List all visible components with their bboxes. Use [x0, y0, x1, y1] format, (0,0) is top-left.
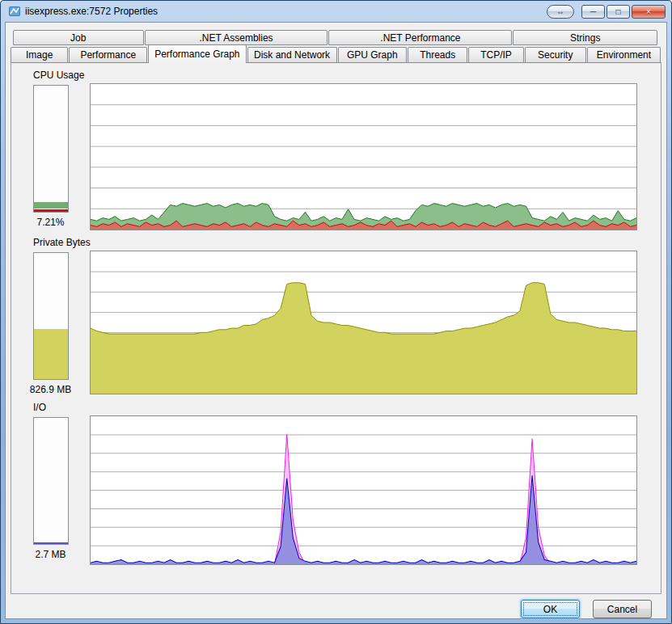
properties-window: iisexpress.exe:7572 Properties ⇔ ─ □ × J… — [0, 0, 672, 624]
tab-security[interactable]: Security — [525, 47, 586, 62]
io-history-graph — [90, 415, 637, 565]
private-bytes-value: 826.9 MB — [30, 384, 71, 395]
performance-graph-page: CPU Usage 7.21% Private Bytes 826.9 MB — [11, 62, 661, 594]
tab-performance[interactable]: Performance — [69, 47, 147, 62]
private-bytes-history-graph — [90, 251, 637, 394]
tab-disk-and-network[interactable]: Disk and Network — [247, 47, 337, 62]
tab-environment[interactable]: Environment — [587, 47, 661, 62]
tab-image[interactable]: Image — [11, 47, 68, 62]
window-title: iisexpress.exe:7572 Properties — [25, 6, 545, 17]
tab-row-upper: Job .NET Assemblies .NET Performance Str… — [13, 30, 658, 45]
cancel-button[interactable]: Cancel — [593, 600, 652, 618]
tab-tcpip[interactable]: TCP/IP — [468, 47, 524, 62]
tab-job[interactable]: Job — [13, 30, 144, 45]
ok-button[interactable]: OK — [521, 600, 580, 618]
cpu-value: 7.21% — [36, 217, 64, 228]
tab-net-assemblies[interactable]: .NET Assemblies — [145, 30, 328, 45]
close-button[interactable]: × — [632, 5, 666, 19]
cpu-history-graph — [90, 83, 637, 230]
cpu-usage-label: CPU Usage — [33, 70, 661, 82]
app-icon — [8, 5, 21, 18]
tab-row-lower: Image Performance Performance Graph Disk… — [11, 45, 661, 62]
minimize-button[interactable]: ─ — [581, 5, 605, 19]
io-label: I/O — [33, 402, 661, 414]
tab-performance-graph[interactable]: Performance Graph — [148, 44, 246, 63]
cpu-section: CPU Usage 7.21% — [11, 70, 661, 230]
io-value: 2.7 MB — [35, 549, 66, 560]
tab-threads[interactable]: Threads — [408, 47, 467, 62]
dialog-button-row: OK Cancel — [6, 594, 666, 618]
cpu-gauge — [33, 85, 69, 213]
tab-gpu-graph[interactable]: GPU Graph — [338, 47, 408, 62]
dialog-client-area: Job .NET Assemblies .NET Performance Str… — [5, 22, 667, 619]
maximize-button[interactable]: □ — [606, 5, 630, 19]
tab-strings[interactable]: Strings — [513, 30, 657, 45]
io-section: I/O 2.7 MB — [11, 402, 661, 565]
io-gauge — [33, 417, 69, 545]
private-bytes-section: Private Bytes 826.9 MB — [11, 237, 661, 395]
private-bytes-gauge — [33, 252, 69, 380]
titlebar[interactable]: iisexpress.exe:7572 Properties ⇔ ─ □ × — [5, 1, 667, 22]
tab-net-performance[interactable]: .NET Performance — [328, 30, 512, 45]
resize-button[interactable]: ⇔ — [547, 5, 574, 19]
private-bytes-label: Private Bytes — [33, 237, 661, 249]
